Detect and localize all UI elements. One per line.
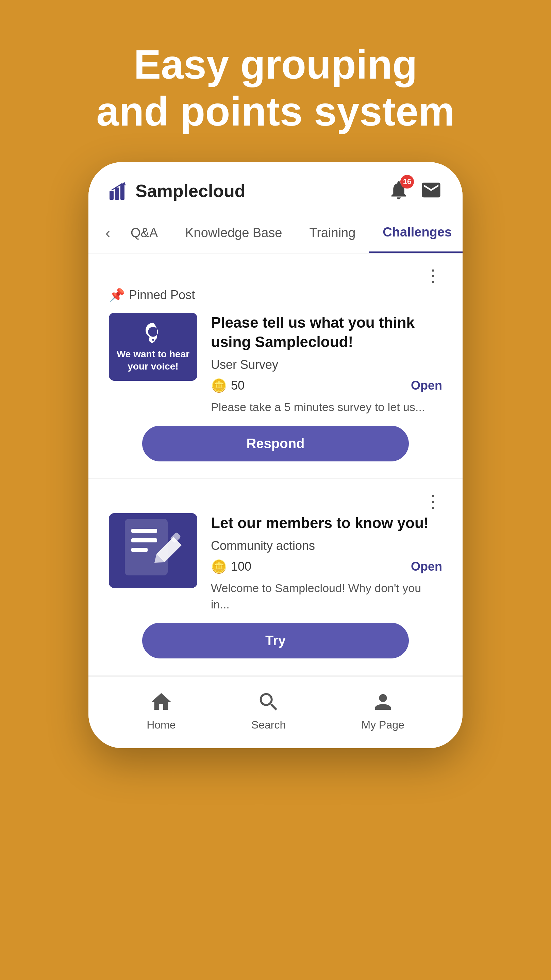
pinned-badge: 📌 Pinned Post [109, 288, 442, 302]
svg-rect-5 [131, 529, 157, 533]
mail-button[interactable] [420, 179, 442, 202]
phone-mockup: Samplecloud 16 ‹ Q&A Knowledge Base [89, 162, 462, 748]
svg-rect-7 [131, 548, 148, 552]
coin-icon-2: 🪙 [211, 559, 227, 574]
bottom-nav: Home Search My Page [89, 676, 462, 748]
svg-rect-6 [131, 538, 157, 542]
app-logo: Samplecloud [109, 181, 246, 201]
card1-description: Please take a 5 minutes survey to let us… [211, 399, 442, 415]
app-header: Samplecloud 16 [89, 162, 462, 213]
card2-text: Let our members to know you! Community a… [211, 513, 442, 623]
card1-points-row: 🪙 50 Open [211, 378, 442, 393]
notification-badge: 16 [400, 175, 414, 189]
svg-rect-4 [126, 520, 167, 574]
card2-more-button[interactable]: ⋮ [424, 496, 442, 506]
card1-image: We want to hear your voice! [109, 313, 197, 381]
svg-rect-2 [121, 184, 124, 200]
nav-left-arrow[interactable]: ‹ [98, 215, 117, 251]
tab-challenges[interactable]: Challenges [369, 213, 462, 253]
card1-text: Please tell us what you think using Samp… [211, 313, 442, 426]
card2-title: Let our members to know you! [211, 513, 442, 533]
nav-tabs: ‹ Q&A Knowledge Base Training Challenges… [89, 213, 462, 253]
bottom-nav-mypage[interactable]: My Page [362, 690, 404, 731]
logo-icon [109, 181, 129, 201]
search-label: Search [251, 719, 286, 731]
app-name: Samplecloud [135, 181, 246, 201]
card2-try-button[interactable]: Try [142, 623, 409, 659]
card2-status: Open [411, 559, 442, 574]
tab-knowledge-base[interactable]: Knowledge Base [171, 214, 295, 252]
card2-points: 🪙 100 [211, 559, 251, 574]
card1-body: We want to hear your voice! Please tell … [109, 313, 442, 426]
card2-subtitle: Community actions [211, 539, 442, 553]
header-icons: 16 [388, 179, 442, 202]
card2-image [109, 513, 197, 588]
bottom-nav-home[interactable]: Home [147, 690, 176, 731]
mypage-label: My Page [362, 719, 404, 731]
card2-description: Welcome to Samplecloud! Why don't you in… [211, 580, 442, 612]
card1-respond-button[interactable]: Respond [142, 426, 409, 461]
document-edit-icon [119, 517, 187, 585]
notification-bell[interactable]: 16 [388, 179, 410, 202]
card2-menu-row: ⋮ [109, 496, 442, 506]
tab-training[interactable]: Training [295, 214, 369, 252]
card2-points-row: 🪙 100 Open [211, 559, 442, 574]
card1-more-button[interactable]: ⋮ [424, 270, 442, 281]
hero-section: Easy grouping and points system [96, 41, 455, 135]
bottom-nav-search[interactable]: Search [251, 690, 286, 731]
home-label: Home [147, 719, 176, 731]
mail-icon [420, 179, 442, 201]
coin-icon: 🪙 [211, 378, 227, 393]
hero-line1: Easy grouping [134, 41, 417, 87]
svg-rect-1 [115, 188, 119, 200]
hero-line2: and points system [96, 89, 455, 134]
card-2: ⋮ Let our members to know [89, 479, 462, 676]
card2-body: Let our members to know you! Community a… [109, 513, 442, 623]
home-icon [149, 690, 173, 714]
card1-points: 🪙 50 [211, 378, 245, 393]
mypage-icon [371, 690, 395, 714]
card1-image-text: We want to hear your voice! [116, 348, 191, 373]
card-1: ⋮ 📌 Pinned Post We want to hear your voi… [89, 253, 462, 479]
app-content: ⋮ 📌 Pinned Post We want to hear your voi… [89, 253, 462, 676]
card1-menu-row: ⋮ [109, 270, 442, 281]
card1-subtitle: User Survey [211, 358, 442, 372]
search-icon [257, 690, 281, 714]
ear-icon [141, 321, 165, 345]
card1-title: Please tell us what you think using Samp… [211, 313, 442, 352]
svg-rect-0 [110, 191, 114, 200]
pin-icon: 📌 [109, 288, 125, 302]
card1-status: Open [411, 379, 442, 393]
tab-qa[interactable]: Q&A [117, 214, 171, 252]
